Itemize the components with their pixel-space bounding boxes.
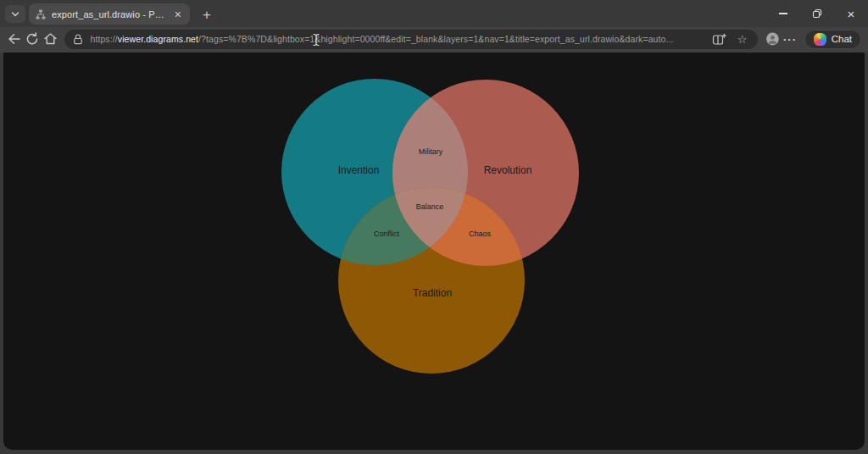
split-screen-button[interactable] bbox=[710, 30, 727, 47]
new-tab-button[interactable]: + bbox=[197, 4, 217, 25]
venn-label-military: Military bbox=[419, 147, 443, 156]
home-icon bbox=[43, 32, 58, 46]
venn-label-revolution: Revolution bbox=[484, 164, 532, 176]
back-button[interactable] bbox=[7, 29, 21, 49]
window-controls: × bbox=[766, 0, 868, 27]
copilot-icon bbox=[814, 33, 826, 46]
url-path: /?tags=%7B%7D&lightbox=1&highlight=0000f… bbox=[198, 34, 673, 44]
home-button[interactable] bbox=[43, 29, 58, 49]
avatar-icon bbox=[766, 30, 779, 48]
title-bar: export_as_url.drawio - Page-1 × + × bbox=[0, 0, 868, 27]
back-arrow-icon bbox=[7, 32, 21, 46]
venn-label-balance: Balance bbox=[416, 202, 444, 211]
address-bar[interactable]: https://viewer.diagrams.net/?tags=%7B%7D… bbox=[64, 30, 758, 49]
profile-button[interactable] bbox=[766, 30, 779, 48]
copilot-chat-button[interactable]: Chat bbox=[804, 30, 861, 49]
tab-close-button[interactable]: × bbox=[173, 8, 183, 20]
drawio-favicon-icon bbox=[36, 9, 46, 19]
chat-label: Chat bbox=[832, 34, 852, 44]
url-scheme: https:// bbox=[90, 34, 117, 44]
browser-tab[interactable]: export_as_url.drawio - Page-1 × bbox=[29, 3, 190, 25]
reload-button[interactable] bbox=[25, 29, 39, 49]
reload-icon bbox=[25, 32, 39, 46]
page-content: Invention Revolution Tradition Military … bbox=[3, 53, 865, 450]
star-icon: ☆ bbox=[737, 34, 748, 45]
mouse-cursor-ibeam bbox=[311, 33, 321, 47]
favorites-button[interactable]: ☆ bbox=[733, 30, 750, 47]
tab-search-button[interactable] bbox=[5, 5, 25, 23]
venn-label-tradition: Tradition bbox=[413, 287, 452, 299]
venn-label-conflict: Conflict bbox=[374, 230, 399, 238]
lock-icon bbox=[72, 33, 84, 46]
venn-diagram bbox=[3, 53, 865, 450]
navigation-toolbar: https://viewer.diagrams.net/?tags=%7B%7D… bbox=[0, 27, 868, 53]
restore-icon bbox=[811, 8, 823, 19]
close-button[interactable]: × bbox=[834, 0, 868, 27]
split-screen-icon bbox=[712, 33, 726, 46]
browser-window: export_as_url.drawio - Page-1 × + × bbox=[0, 0, 868, 454]
tab-title: export_as_url.drawio - Page-1 bbox=[52, 9, 167, 19]
chevron-down-icon bbox=[10, 9, 20, 19]
settings-menu-button[interactable]: ··· bbox=[782, 33, 797, 46]
url-host: viewer.diagrams.net bbox=[118, 34, 198, 44]
restore-button[interactable] bbox=[800, 0, 834, 27]
venn-label-chaos: Chaos bbox=[469, 230, 491, 238]
venn-label-invention: Invention bbox=[338, 164, 380, 176]
minimize-icon bbox=[779, 13, 787, 14]
minimize-button[interactable] bbox=[766, 0, 800, 27]
url-text: https://viewer.diagrams.net/?tags=%7B%7D… bbox=[90, 34, 704, 44]
